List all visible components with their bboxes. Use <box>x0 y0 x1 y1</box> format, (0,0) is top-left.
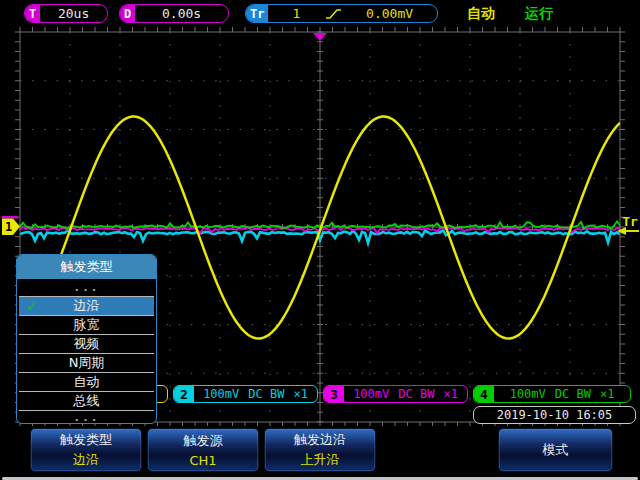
popup-scroll-down[interactable]: ... <box>19 411 154 424</box>
popup-item-edge[interactable]: ✓ 边沿 <box>19 297 154 316</box>
popup-item-video[interactable]: 视频 <box>19 335 154 354</box>
popup-scroll-up[interactable]: ... <box>19 279 154 297</box>
popup-title: 触发类型 <box>17 255 156 279</box>
popup-item-pulse-width[interactable]: 脉宽 <box>19 316 154 335</box>
popup-item-n-cycle[interactable]: N周期 <box>19 354 154 373</box>
channel2-probe: ×1 <box>293 387 307 401</box>
channel3-position-sliver <box>2 216 18 219</box>
popup-item-auto[interactable]: 自动 <box>19 373 154 392</box>
softkey-menu-bar: 触发类型 边沿 触发源 CH1 触发边沿 上升沿 模式 <box>0 426 640 477</box>
softkey-trigger-edge[interactable]: 触发边沿 上升沿 <box>264 428 376 472</box>
channel3-probe: ×1 <box>443 387 457 401</box>
channel4-probe: ×1 <box>600 387 614 401</box>
channel3-status-box[interactable]: 3 100mV DC BW ×1 <box>323 385 468 403</box>
channel2-bandwidth: BW <box>270 387 284 401</box>
svg-text:1: 1 <box>5 220 12 234</box>
chann4-bandwidth: BW <box>576 387 590 401</box>
channel3-scale: 100mV <box>353 387 389 401</box>
softkey-mode[interactable]: 模式 <box>498 428 613 472</box>
channel3-coupling: DC <box>398 387 412 401</box>
channel3-badge: 3 <box>324 386 344 402</box>
checkmark-icon: ✓ <box>26 298 38 314</box>
popup-item-bus[interactable]: 总线 <box>19 392 154 411</box>
trigger-position-marker[interactable] <box>313 33 327 41</box>
oscilloscope-screen: 1Tr T 20us D 0.00s Tr 1 0.00mV 自动 运行 2 1… <box>0 0 640 480</box>
channel4-status-box[interactable]: 4 100mV DC BW ×1 <box>473 385 631 403</box>
channel2-coupling: DC <box>248 387 262 401</box>
datetime-display: 2019-10-10 16:05 <box>473 406 636 424</box>
channel4-badge: 4 <box>474 386 494 402</box>
svg-text:Tr: Tr <box>622 214 638 229</box>
channel4-scale: 100mV <box>510 387 546 401</box>
trigger-type-popup: 触发类型 ... ✓ 边沿 脉宽 视频 N周期 自动 总线 ... <box>16 254 157 424</box>
channel1-position-marker[interactable]: 1 <box>2 219 20 236</box>
channel2-status-box[interactable]: 2 100mV DC BW ×1 <box>173 385 318 403</box>
channel3-bandwidth: BW <box>420 387 434 401</box>
softkey-trigger-type[interactable]: 触发类型 边沿 <box>30 428 142 472</box>
channel2-scale: 100mV <box>203 387 239 401</box>
softkey-trigger-source[interactable]: 触发源 CH1 <box>147 428 259 472</box>
channel2-badge: 2 <box>174 386 194 402</box>
channel4-coupling: DC <box>555 387 569 401</box>
